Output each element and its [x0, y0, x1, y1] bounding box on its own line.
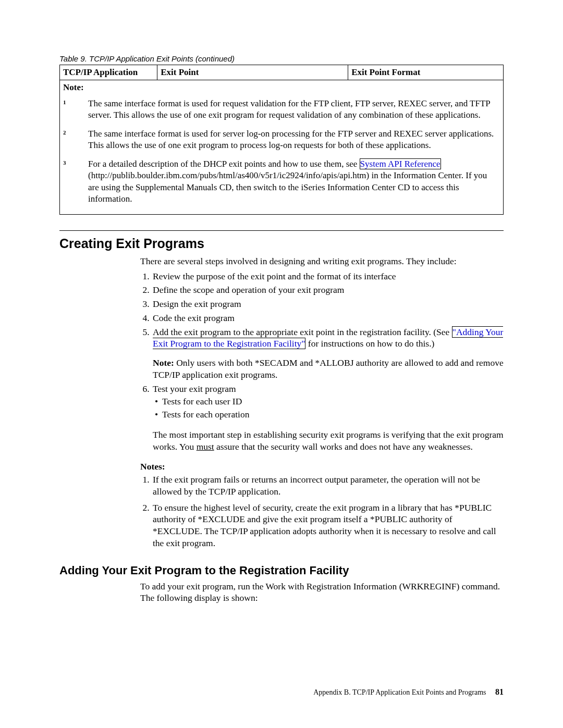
- step-4: Code the exit program: [152, 312, 504, 324]
- section-body-2: To add your exit program, run the Work w…: [140, 581, 504, 604]
- notes-list: If the exit program fails or returns an …: [140, 474, 504, 549]
- intro-paragraph: There are several steps involved in desi…: [140, 255, 504, 267]
- step-6-text: Test your exit program: [153, 384, 236, 394]
- col-format: Exit Point Format: [348, 65, 504, 80]
- step-5-pre: Add the exit program to the appropriate …: [153, 327, 452, 337]
- footnote-post: (http://publib.boulder.ibm.com/pubs/html…: [88, 170, 487, 203]
- bullet-operation: Tests for each operation: [162, 409, 504, 421]
- heading-adding-exit-program: Adding Your Exit Program to the Registra…: [59, 564, 504, 577]
- page-footer: Appendix B. TCP/IP Application Exit Poin…: [313, 687, 504, 697]
- footnote-text: The same interface format is used for se…: [88, 128, 500, 151]
- para-b: assure that the security wall works and …: [214, 441, 473, 452]
- notes-heading: Notes:: [140, 461, 504, 473]
- table-notes-row: Note: 1 The same interface format is use…: [60, 80, 504, 215]
- col-exit-point: Exit Point: [157, 65, 348, 80]
- table-header-row: TCP/IP Application Exit Point Exit Point…: [60, 65, 504, 80]
- footnote-num: 1: [63, 98, 88, 121]
- note-text: Only users with both *SECADM and *ALLOBJ…: [153, 357, 504, 380]
- footnote-text: For a detailed description of the DHCP e…: [88, 158, 500, 204]
- footnote-text: The same interface format is used for re…: [88, 98, 500, 121]
- step-1: Review the purpose of the exit point and…: [152, 270, 504, 282]
- footnote-pre: For a detailed description of the DHCP e…: [88, 159, 360, 169]
- notes-item-1: If the exit program fails or returns an …: [152, 474, 504, 498]
- h2-paragraph: To add your exit program, run the Work w…: [140, 581, 504, 604]
- step-5-post: for instructions on how to do this.): [305, 338, 434, 349]
- table-caption: Table 9. TCP/IP Application Exit Points …: [59, 54, 504, 63]
- section-divider: [59, 230, 504, 231]
- must-underline: must: [197, 441, 214, 452]
- heading-creating-exit-programs: Creating Exit Programs: [59, 236, 504, 251]
- footnote-1: 1 The same interface format is used for …: [63, 98, 500, 121]
- step-3: Design the exit program: [152, 298, 504, 310]
- bullet-user-id: Tests for each user ID: [162, 396, 504, 408]
- document-page: Table 9. TCP/IP Application Exit Points …: [0, 0, 563, 728]
- step-2: Define the scope and operation of your e…: [152, 284, 504, 296]
- step-6-bullets: Tests for each user ID Tests for each op…: [153, 396, 504, 421]
- page-number: 81: [495, 687, 504, 696]
- step-6-paragraph: The most important step in establishing …: [153, 429, 504, 453]
- footnote-3: 3 For a detailed description of the DHCP…: [63, 158, 500, 204]
- exit-points-table: TCP/IP Application Exit Point Exit Point…: [59, 65, 504, 215]
- notes-item-2: To ensure the highest level of security,…: [152, 502, 504, 549]
- section-body: There are several steps involved in desi…: [140, 255, 504, 549]
- footnote-2: 2 The same interface format is used for …: [63, 128, 500, 151]
- step-5-note: Note: Only users with both *SECADM and *…: [153, 357, 504, 381]
- footer-text: Appendix B. TCP/IP Application Exit Poin…: [313, 688, 486, 696]
- step-6: Test your exit program Tests for each us…: [152, 383, 504, 453]
- steps-list: Review the purpose of the exit point and…: [140, 270, 504, 453]
- note-label: Note:: [153, 357, 174, 368]
- step-5: Add the exit program to the appropriate …: [152, 326, 504, 381]
- col-app: TCP/IP Application: [60, 65, 157, 80]
- footnote-num: 2: [63, 128, 88, 151]
- note-label: Note:: [63, 82, 500, 93]
- system-api-reference-link[interactable]: System API Reference: [360, 158, 441, 169]
- footnote-num: 3: [63, 158, 88, 204]
